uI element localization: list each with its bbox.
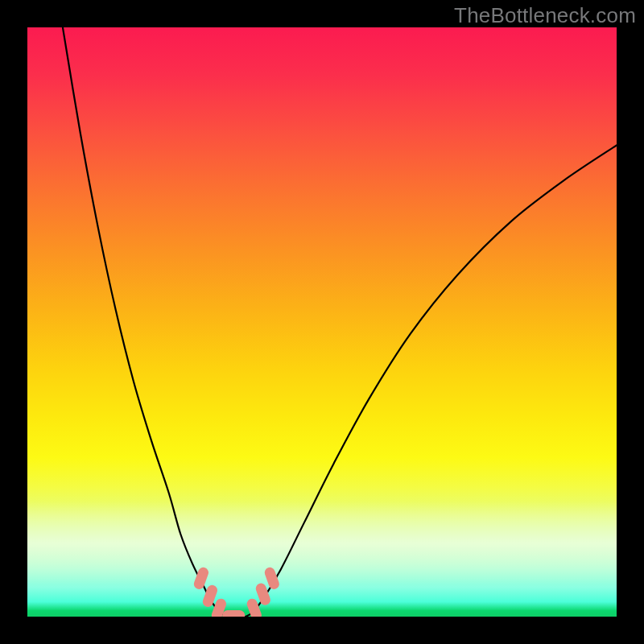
- watermark-text: TheBottleneck.com: [454, 3, 636, 28]
- marker-floor-mark: [222, 610, 245, 617]
- plot-area: [27, 27, 617, 617]
- curve-layer: [27, 27, 617, 617]
- chart-root: TheBottleneck.com: [0, 0, 644, 644]
- series-right-curve: [251, 145, 617, 613]
- series-left-curve: [63, 27, 222, 613]
